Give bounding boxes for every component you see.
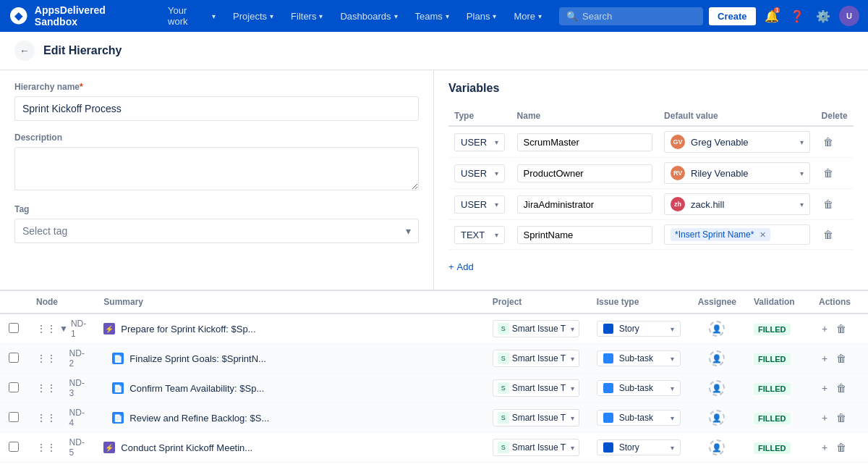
var-type-select[interactable]: USER ▾ [454, 164, 505, 182]
user-icon: 👤 [712, 324, 722, 334]
jira-logo[interactable] [9, 6, 29, 26]
var-type-select[interactable]: USER ▾ [454, 133, 505, 151]
user-avatar[interactable]: U [839, 6, 859, 26]
sprint-tag-text: *Insert Sprint Name* [675, 230, 754, 240]
drag-handle[interactable]: ⋮⋮ [36, 382, 56, 394]
delete-row-button[interactable]: 🗑 [833, 351, 849, 366]
project-select[interactable]: S Smart Issue T ▾ [493, 350, 579, 367]
row-checkbox[interactable] [9, 412, 19, 422]
chevron-down-icon: ▾ [495, 231, 498, 239]
row-checkbox[interactable] [9, 353, 19, 363]
help-button[interactable]: ❓ [787, 6, 807, 26]
row-checkbox[interactable] [9, 323, 19, 333]
assignee-avatar[interactable]: 👤 [709, 410, 725, 426]
chevron-down-icon: ▾ [406, 225, 411, 237]
hierarchy-name-input[interactable] [14, 96, 419, 121]
add-child-button[interactable]: + [819, 381, 830, 395]
col-type: Type [448, 106, 511, 126]
search-bar[interactable]: 🔍 Search [559, 7, 703, 25]
chevron-down-icon: ▾ [571, 414, 574, 422]
project-name: Smart Issue T [512, 442, 566, 453]
project-select[interactable]: S Smart Issue T ▾ [493, 320, 579, 337]
summary-cell: 📄 Finalize Sprint Goals: $SprintN... [112, 353, 475, 364]
delete-row-button[interactable]: 🗑 [833, 411, 849, 425]
col-issue-type: Issue type [588, 291, 689, 314]
issue-type-select[interactable]: Sub-task ▾ [597, 350, 681, 366]
var-name-input[interactable] [517, 226, 652, 244]
nav-your-work[interactable]: Your work ▾ [162, 2, 221, 30]
nav-projects[interactable]: Projects ▾ [227, 8, 279, 25]
assignee-avatar[interactable]: 👤 [709, 321, 725, 337]
var-name-input[interactable] [517, 164, 652, 182]
settings-button[interactable]: ⚙️ [813, 6, 833, 26]
nav-filters[interactable]: Filters ▾ [285, 8, 328, 25]
var-default-user[interactable]: RV Riley Venable ▾ [664, 162, 810, 184]
row-checkbox[interactable] [9, 442, 19, 452]
notifications-button[interactable]: 🔔 1 [762, 6, 782, 26]
assignee-avatar[interactable]: 👤 [709, 380, 725, 396]
var-type-label: USER [461, 199, 487, 210]
var-name-input[interactable] [517, 195, 652, 214]
project-name: Smart Issue T [512, 324, 566, 334]
issue-type-icon: ⚡ [103, 442, 115, 453]
var-name-input[interactable] [517, 133, 652, 151]
variable-row: USER ▾ GV Greg Venable ▾ 🗑 [448, 126, 854, 158]
app-brand: AppsDelivered Sandbox [35, 4, 150, 28]
add-variable-button[interactable]: + Add [448, 256, 474, 278]
clear-icon[interactable]: ✕ [760, 230, 766, 240]
chevron-down-icon: ▾ [671, 444, 674, 452]
chevron-down-icon: ▾ [571, 355, 574, 363]
nav-dashboards[interactable]: Dashboards ▾ [334, 8, 403, 25]
delete-variable-button[interactable]: 🗑 [822, 197, 835, 211]
var-default-user[interactable]: GV Greg Venable ▾ [664, 131, 810, 153]
issue-type-select[interactable]: Story ▾ [597, 439, 681, 455]
issue-type-select[interactable]: Sub-task ▾ [597, 410, 681, 426]
user-icon: 👤 [712, 413, 722, 423]
var-type-label: USER [461, 168, 487, 179]
table-row: ⋮⋮ ND-3 📄 Confirm Team Availability: $Sp… [0, 374, 868, 403]
drag-handle[interactable]: ⋮⋮ [36, 412, 56, 424]
user-icon: 👤 [712, 384, 722, 393]
drag-handle[interactable]: ⋮⋮ [36, 442, 56, 453]
nav-plans[interactable]: Plans ▾ [461, 8, 503, 25]
variable-row: USER ▾ RV Riley Venable ▾ 🗑 [448, 158, 854, 189]
user-name: Greg Venable [691, 137, 749, 148]
delete-row-button[interactable]: 🗑 [833, 381, 849, 395]
issue-type-label: Story [619, 324, 639, 334]
issue-type-select[interactable]: Story ▾ [597, 321, 681, 337]
description-input[interactable] [14, 147, 419, 190]
delete-variable-button[interactable]: 🗑 [822, 166, 835, 180]
var-type-select[interactable]: USER ▾ [454, 195, 505, 214]
delete-row-button[interactable]: 🗑 [833, 321, 849, 336]
nav-teams[interactable]: Teams ▾ [409, 8, 455, 25]
issue-type-select[interactable]: Sub-task ▾ [597, 380, 681, 396]
tag-select[interactable]: Select tag ▾ [14, 219, 419, 243]
back-button[interactable]: ← [14, 41, 35, 61]
delete-variable-button[interactable]: 🗑 [822, 227, 835, 242]
project-select[interactable]: S Smart Issue T ▾ [493, 379, 579, 397]
table-row: ⋮⋮ ND-2 📄 Finalize Sprint Goals: $Sprint… [0, 344, 868, 374]
create-button[interactable]: Create [709, 7, 755, 25]
add-child-button[interactable]: + [819, 321, 830, 336]
collapse-button[interactable]: ▼ [59, 324, 68, 334]
assignee-avatar[interactable]: 👤 [709, 350, 725, 366]
assignee-avatar[interactable]: 👤 [709, 439, 725, 455]
var-default-text[interactable]: *Insert Sprint Name* ✕ [664, 224, 810, 245]
drag-handle[interactable]: ⋮⋮ [36, 353, 56, 364]
variables-table: Type Name Default value Delete USER ▾ GV [448, 106, 854, 250]
nav-more[interactable]: More ▾ [508, 8, 548, 25]
delete-variable-button[interactable]: 🗑 [822, 135, 835, 149]
project-select[interactable]: S Smart Issue T ▾ [493, 439, 579, 456]
col-default: Default value [658, 106, 816, 126]
smart-icon: S [498, 323, 509, 335]
add-child-button[interactable]: + [819, 411, 830, 425]
add-child-button[interactable]: + [819, 351, 830, 366]
project-select[interactable]: S Smart Issue T ▾ [493, 409, 579, 426]
var-default-user[interactable]: zh zack.hill ▾ [664, 193, 810, 215]
var-type-select[interactable]: TEXT ▾ [454, 226, 505, 244]
row-checkbox[interactable] [9, 382, 19, 392]
delete-row-button[interactable]: 🗑 [833, 440, 849, 455]
add-child-button[interactable]: + [819, 440, 830, 455]
drag-handle[interactable]: ⋮⋮ [36, 323, 56, 335]
chevron-down-icon: ▾ [446, 12, 449, 20]
